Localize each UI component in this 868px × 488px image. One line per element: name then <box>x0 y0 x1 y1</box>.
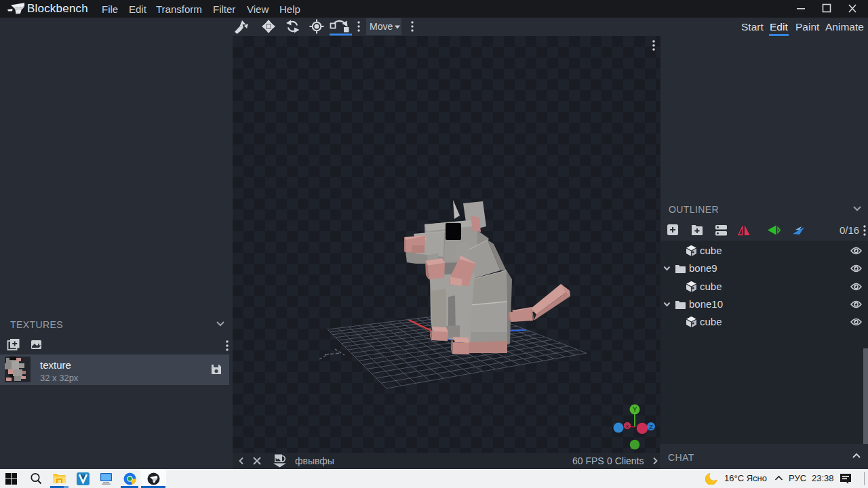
svg-text:Z: Z <box>649 424 653 430</box>
svg-text:X: X <box>625 424 629 430</box>
svg-text:Y: Y <box>633 406 637 413</box>
svg-text:Move: Move <box>370 21 393 32</box>
svg-text:0/16: 0/16 <box>840 224 859 236</box>
